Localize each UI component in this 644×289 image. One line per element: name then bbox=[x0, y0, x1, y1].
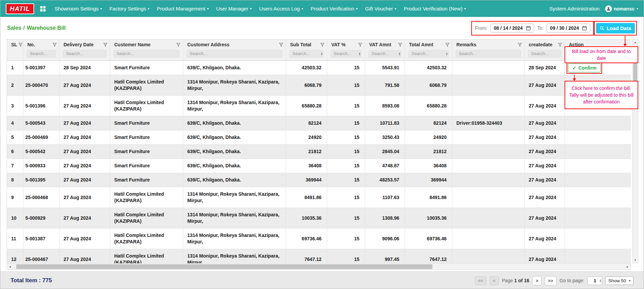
filter-icon[interactable] bbox=[398, 43, 402, 47]
cell-customer-name: Hatil Complex Limited (KAZIPARA) bbox=[110, 249, 183, 264]
stepper-icon[interactable]: ▴▾ bbox=[321, 52, 322, 55]
vertical-scrollbar[interactable]: ▲ ▼ bbox=[632, 39, 638, 263]
filter-icon[interactable] bbox=[446, 43, 449, 47]
cell-action bbox=[565, 228, 631, 249]
page-size-select[interactable]: Show 50 ▾ bbox=[605, 276, 634, 285]
cell-create-date: 27 Aug 2024 bbox=[525, 75, 565, 96]
to-date-input[interactable]: 09 / 30 / 2024 bbox=[547, 24, 591, 32]
nav-menu-showroom-settings[interactable]: Showroom Settings▾ bbox=[51, 6, 106, 11]
filter-icon[interactable] bbox=[558, 43, 562, 47]
filter-icon[interactable] bbox=[279, 43, 283, 47]
scroll-down-icon[interactable]: ▼ bbox=[633, 257, 638, 263]
column-header-sub-total: Sub Total bbox=[286, 40, 327, 50]
nav-menu-factory-settings[interactable]: Factory Settings▾ bbox=[106, 6, 153, 11]
cell-customer-name: Hatil Complex Limited (KAZIPARA) bbox=[110, 208, 183, 228]
nav-menu-label: Product Verification bbox=[311, 6, 354, 11]
search-input-customer-address[interactable] bbox=[187, 50, 282, 57]
filter-icon[interactable] bbox=[103, 43, 107, 47]
filter-icon[interactable] bbox=[358, 43, 362, 47]
scroll-left-icon[interactable]: ◄ bbox=[7, 264, 13, 270]
cell-total-amount: 8491.86 bbox=[405, 187, 452, 208]
apps-grid-icon[interactable] bbox=[40, 6, 46, 11]
table-row[interactable]: 85-00139527 Aug 2024Smart Furniture639/C… bbox=[7, 173, 631, 187]
cell-action bbox=[565, 130, 631, 145]
breadcrumb-sales[interactable]: Sales bbox=[7, 25, 21, 31]
stepper-icon[interactable]: ▴▾ bbox=[446, 52, 447, 55]
search-input-no[interactable] bbox=[27, 50, 56, 57]
cell-action bbox=[565, 173, 631, 187]
scroll-up-icon[interactable]: ▲ bbox=[633, 40, 638, 45]
search-input-sub-total[interactable] bbox=[289, 50, 324, 57]
search-input-customer-name[interactable] bbox=[114, 50, 180, 57]
stepper-icon[interactable]: ▴▾ bbox=[600, 279, 601, 282]
vertical-scrollbar-track[interactable] bbox=[633, 45, 638, 257]
search-input-delivery-date[interactable] bbox=[63, 50, 106, 57]
filter-icon[interactable] bbox=[53, 43, 56, 47]
table-row[interactable]: 525-00046927 Aug 2024Smart Furniture639/… bbox=[7, 130, 631, 145]
nav-menu-product-management[interactable]: Product Management▾ bbox=[153, 6, 212, 11]
stepper-icon[interactable]: ▴▾ bbox=[399, 52, 400, 55]
table-row[interactable]: 35-00139627 Aug 2024Hatil Complex Limite… bbox=[7, 96, 631, 116]
table-row[interactable]: 225-00047027 Aug 2024Hatil Complex Limit… bbox=[7, 75, 631, 96]
cell-no: 5-000933 bbox=[23, 159, 59, 173]
system-administration-link[interactable]: System Administration bbox=[549, 6, 599, 11]
search-input-vat[interactable] bbox=[331, 50, 361, 57]
cell-create-date: 27 Aug 2024 bbox=[525, 145, 565, 159]
table-row[interactable]: 15-00139728 Sep 2024Smart Furniture639/C… bbox=[7, 61, 631, 75]
horizontal-scrollbar[interactable]: ◄ ► bbox=[7, 263, 631, 270]
confirm-button[interactable]: ✔Confirm bbox=[568, 64, 601, 72]
breadcrumb-warehouse-bill: Warehouse Bill bbox=[27, 25, 66, 31]
nav-menu-product-verification-new[interactable]: Product Verification (New)▾ bbox=[400, 6, 470, 11]
filter-icon[interactable] bbox=[176, 43, 180, 47]
horizontal-scrollbar-thumb[interactable] bbox=[16, 264, 432, 269]
scroll-right-icon[interactable]: ► bbox=[625, 264, 630, 270]
search-input-createdate[interactable] bbox=[528, 50, 561, 57]
column-header-delivery-date: Delivery Date bbox=[59, 40, 110, 50]
filter-icon[interactable] bbox=[19, 43, 22, 47]
breadcrumb: Sales/Warehouse Bill bbox=[7, 25, 66, 31]
nav-menu-users-access-log[interactable]: Users Access Log▾ bbox=[256, 6, 307, 11]
cell-customer-address: 639/C, Khilgaon, Dhaka. bbox=[183, 173, 286, 187]
nav-menu-product-verification[interactable]: Product Verification▾ bbox=[307, 6, 361, 11]
first-page-button[interactable]: << bbox=[475, 276, 486, 285]
filter-icon[interactable] bbox=[518, 43, 522, 47]
to-label: To: bbox=[537, 25, 544, 31]
cell-no: 25-000469 bbox=[23, 130, 59, 145]
table-row[interactable]: 75-00093327 Aug 2024Smart Furniture639/C… bbox=[7, 159, 631, 173]
last-page-button[interactable]: >> bbox=[545, 276, 556, 285]
nav-menu-user-manager[interactable]: User Manager▾ bbox=[213, 6, 256, 11]
table-row[interactable]: 1225-00046727 Aug 2024Hatil Complex Limi… bbox=[7, 249, 631, 264]
search-input-remarks[interactable] bbox=[456, 50, 521, 57]
table-row[interactable]: 925-00046827 Aug 2024Hatil Complex Limit… bbox=[7, 187, 631, 208]
stepper-icon[interactable]: ▴▾ bbox=[359, 52, 360, 55]
date-range-annotation-box: From: 08 / 14 / 2024 To: 09 / 30 / 2024 bbox=[471, 21, 594, 35]
from-date-input[interactable]: 08 / 14 / 2024 bbox=[491, 24, 534, 32]
calendar-icon bbox=[526, 26, 531, 30]
next-page-button[interactable]: > bbox=[532, 276, 542, 285]
user-menu[interactable]: nomansc ▾ bbox=[605, 5, 639, 12]
cell-vat-percent: 15 bbox=[327, 145, 365, 159]
search-input-total-amnt[interactable] bbox=[408, 50, 449, 57]
vertical-scrollbar-thumb[interactable] bbox=[633, 50, 637, 90]
prev-page-button[interactable]: < bbox=[490, 276, 499, 285]
search-input-vat-amnt[interactable] bbox=[368, 50, 401, 57]
hatil-logo[interactable]: HATIL bbox=[6, 3, 34, 14]
cell-vat-percent: 15 bbox=[327, 249, 365, 264]
cell-remarks bbox=[452, 145, 525, 159]
table-row[interactable]: 45-00054327 Aug 2024Smart Furniture639/C… bbox=[7, 116, 631, 130]
cell-customer-name: Smart Furniture bbox=[110, 116, 183, 130]
cell-sl: 6 bbox=[7, 145, 23, 159]
nav-menu-gift-voucher[interactable]: Gift Voucher▾ bbox=[361, 6, 400, 11]
cell-delivery-date: 27 Aug 2024 bbox=[59, 173, 110, 187]
table-row[interactable]: 65-00054227 Aug 2024Smart Furniture639/C… bbox=[7, 145, 631, 159]
horizontal-scrollbar-track[interactable] bbox=[13, 264, 625, 270]
cell-no: 5-000543 bbox=[23, 116, 59, 130]
table-row[interactable]: 105-00092927 Aug 2024Hatil Complex Limit… bbox=[7, 208, 631, 228]
nav-menu-label: Factory Settings bbox=[110, 6, 146, 11]
table-row[interactable]: 115-00138727 Aug 2024Hatil Complex Limit… bbox=[7, 228, 631, 249]
cell-remarks bbox=[452, 173, 525, 187]
load-data-button[interactable]: Load Data bbox=[596, 23, 635, 33]
cell-vat-percent: 15 bbox=[327, 228, 365, 249]
cell-action bbox=[565, 159, 631, 173]
filter-icon[interactable] bbox=[320, 43, 324, 47]
